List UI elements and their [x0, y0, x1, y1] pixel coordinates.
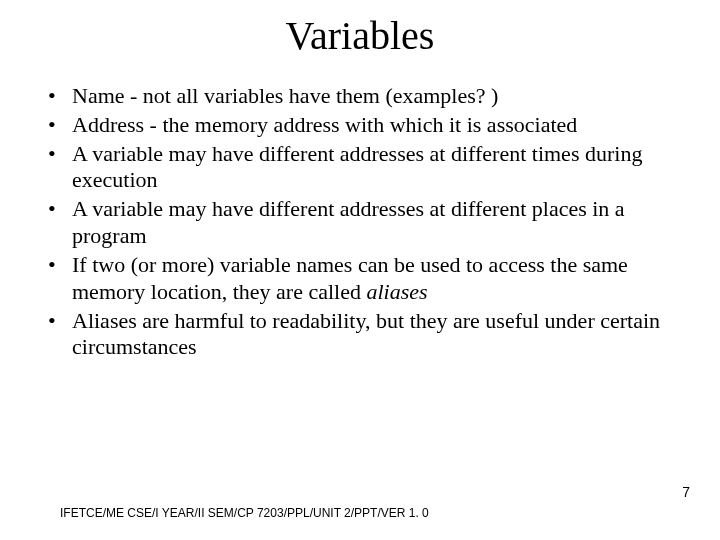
slide-title: Variables [0, 0, 720, 59]
bullet-text: Aliases are harmful to readability, but … [72, 308, 660, 360]
bullet-text: Address - the memory address with which … [72, 112, 577, 137]
bullet-emphasis: aliases [366, 279, 427, 304]
bullet-text: Name - not all variables have them (exam… [72, 83, 498, 108]
list-item: Name - not all variables have them (exam… [42, 83, 678, 110]
bullet-text: A variable may have different addresses … [72, 196, 625, 248]
bullet-text: If two (or more) variable names can be u… [72, 252, 628, 304]
list-item: If two (or more) variable names can be u… [42, 252, 678, 306]
bullet-text: A variable may have different addresses … [72, 141, 642, 193]
bullet-list: Name - not all variables have them (exam… [42, 83, 678, 361]
list-item: A variable may have different addresses … [42, 141, 678, 195]
slide-content: Name - not all variables have them (exam… [0, 59, 720, 361]
list-item: A variable may have different addresses … [42, 196, 678, 250]
slide: Variables Name - not all variables have … [0, 0, 720, 540]
list-item: Address - the memory address with which … [42, 112, 678, 139]
footer-text: IFETCE/ME CSE/I YEAR/II SEM/CP 7203/PPL/… [60, 506, 429, 520]
page-number: 7 [682, 484, 690, 500]
list-item: Aliases are harmful to readability, but … [42, 308, 678, 362]
